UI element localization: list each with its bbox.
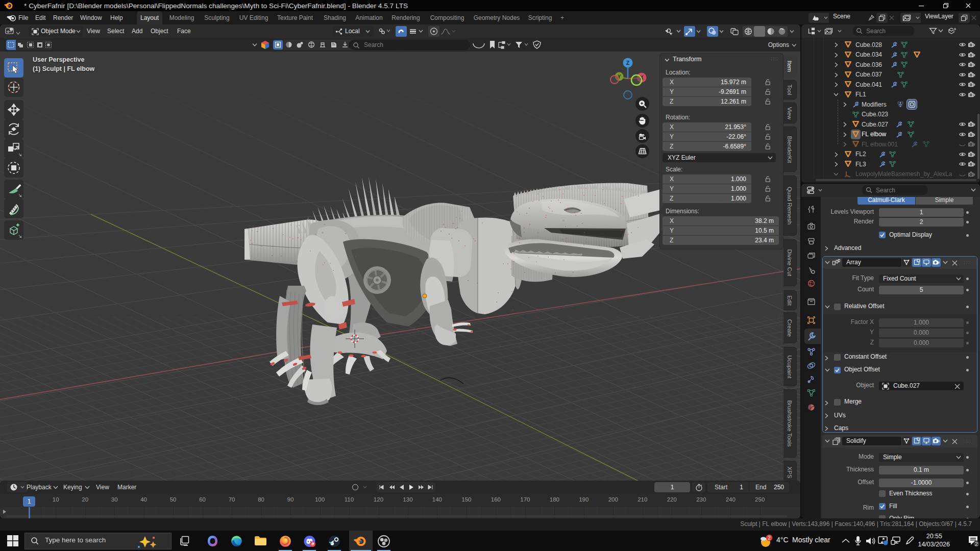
svg-text:2: 2 xyxy=(768,535,771,541)
svg-text:2: 2 xyxy=(975,541,978,547)
svg-text:Z: Z xyxy=(626,60,630,66)
